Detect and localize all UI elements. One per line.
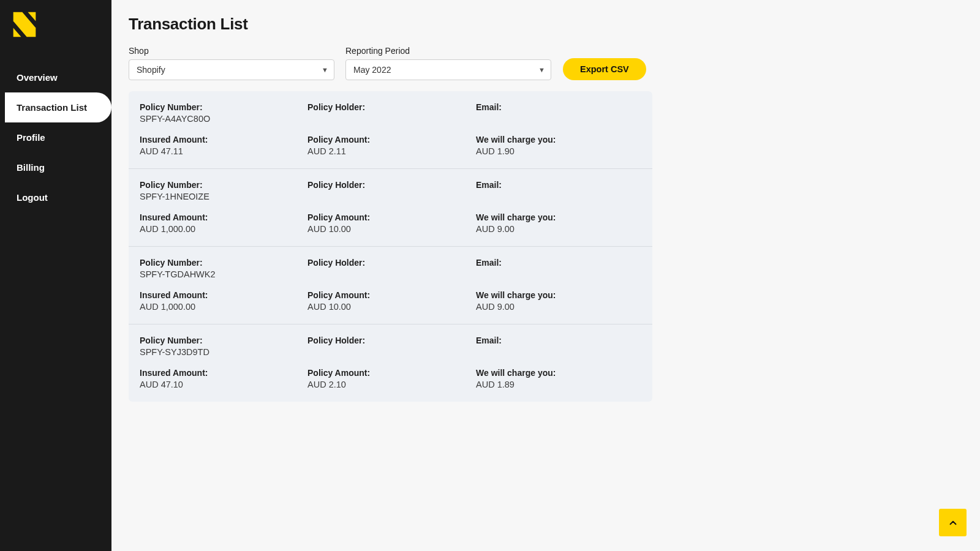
col-email-label: Email: bbox=[476, 335, 641, 345]
svg-marker-0 bbox=[28, 12, 36, 21]
transaction-card: Policy Number: SPFY-TGDAHWK2 Policy Hold… bbox=[129, 247, 652, 324]
col-charge-label: We will charge you: bbox=[476, 135, 641, 144]
col-policy-amount-label: Policy Amount: bbox=[307, 135, 476, 144]
sidebar: Overview Transaction List Profile Billin… bbox=[0, 0, 111, 551]
transaction-card: Policy Number: SPFY-A4AYC80O Policy Hold… bbox=[129, 91, 652, 169]
transaction-card: Policy Number: SPFY-SYJ3D9TD Policy Hold… bbox=[129, 324, 652, 402]
col-policy-number-label: Policy Number: bbox=[140, 102, 307, 112]
col-policy-holder-label: Policy Holder: bbox=[307, 258, 476, 268]
filter-period: Reporting Period May 2022 ▼ bbox=[345, 46, 551, 80]
col-policy-amount-label: Policy Amount: bbox=[307, 212, 476, 222]
col-policy-holder-label: Policy Holder: bbox=[307, 102, 476, 112]
export-csv-button[interactable]: Export CSV bbox=[563, 58, 646, 80]
brand-logo bbox=[0, 0, 111, 62]
scroll-to-top-button[interactable] bbox=[939, 509, 967, 536]
filters-row: Shop Shopify ▼ Reporting Period May 2022… bbox=[129, 46, 652, 80]
col-insured-amount-label: Insured Amount: bbox=[140, 135, 307, 144]
sidebar-item-overview[interactable]: Overview bbox=[0, 62, 111, 92]
col-policy-amount-value: AUD 2.11 bbox=[307, 146, 476, 156]
col-policy-number-value: SPFY-1HNEOIZE bbox=[140, 192, 307, 201]
col-charge-value: AUD 9.00 bbox=[476, 224, 641, 234]
col-insured-amount-value: AUD 47.11 bbox=[140, 146, 307, 156]
col-insured-amount-value: AUD 1,000.00 bbox=[140, 302, 307, 312]
logo-icon bbox=[11, 11, 38, 38]
col-insured-amount-label: Insured Amount: bbox=[140, 290, 307, 300]
col-insured-amount-label: Insured Amount: bbox=[140, 368, 307, 378]
col-email-label: Email: bbox=[476, 102, 641, 112]
col-charge-label: We will charge you: bbox=[476, 290, 641, 300]
col-email-label: Email: bbox=[476, 180, 641, 190]
col-insured-amount-value: AUD 47.10 bbox=[140, 380, 307, 389]
col-insured-amount-label: Insured Amount: bbox=[140, 212, 307, 222]
sidebar-item-billing[interactable]: Billing bbox=[0, 152, 111, 182]
sidebar-nav: Overview Transaction List Profile Billin… bbox=[0, 62, 111, 212]
col-policy-amount-value: AUD 10.00 bbox=[307, 302, 476, 312]
chevron-up-icon bbox=[948, 517, 959, 528]
main-content: Transaction List Shop Shopify ▼ Reportin… bbox=[111, 0, 980, 551]
transaction-card: Policy Number: SPFY-1HNEOIZE Policy Hold… bbox=[129, 169, 652, 247]
col-charge-value: AUD 9.00 bbox=[476, 302, 641, 312]
col-policy-number-value: SPFY-A4AYC80O bbox=[140, 114, 307, 124]
col-policy-amount-value: AUD 10.00 bbox=[307, 224, 476, 234]
transaction-list: Policy Number: SPFY-A4AYC80O Policy Hold… bbox=[129, 91, 652, 402]
col-charge-label: We will charge you: bbox=[476, 212, 641, 222]
col-policy-number-label: Policy Number: bbox=[140, 258, 307, 268]
shop-select[interactable]: Shopify bbox=[129, 59, 334, 80]
col-policy-holder-label: Policy Holder: bbox=[307, 180, 476, 190]
sidebar-item-transaction-list[interactable]: Transaction List bbox=[5, 92, 111, 122]
shop-label: Shop bbox=[129, 46, 334, 56]
col-charge-value: AUD 1.90 bbox=[476, 146, 641, 156]
period-label: Reporting Period bbox=[345, 46, 551, 56]
col-policy-amount-value: AUD 2.10 bbox=[307, 380, 476, 389]
col-policy-number-value: SPFY-TGDAHWK2 bbox=[140, 269, 307, 279]
col-charge-label: We will charge you: bbox=[476, 368, 641, 378]
col-policy-number-label: Policy Number: bbox=[140, 180, 307, 190]
col-email-label: Email: bbox=[476, 258, 641, 268]
col-policy-number-label: Policy Number: bbox=[140, 335, 307, 345]
sidebar-item-profile[interactable]: Profile bbox=[0, 122, 111, 152]
filter-shop: Shop Shopify ▼ bbox=[129, 46, 334, 80]
col-insured-amount-value: AUD 1,000.00 bbox=[140, 224, 307, 234]
col-policy-amount-label: Policy Amount: bbox=[307, 368, 476, 378]
col-policy-number-value: SPFY-SYJ3D9TD bbox=[140, 347, 307, 357]
col-charge-value: AUD 1.89 bbox=[476, 380, 641, 389]
col-policy-amount-label: Policy Amount: bbox=[307, 290, 476, 300]
page-title: Transaction List bbox=[129, 15, 963, 34]
col-policy-holder-label: Policy Holder: bbox=[307, 335, 476, 345]
sidebar-item-logout[interactable]: Logout bbox=[0, 182, 111, 212]
svg-marker-1 bbox=[13, 28, 21, 37]
period-select[interactable]: May 2022 bbox=[345, 59, 551, 80]
